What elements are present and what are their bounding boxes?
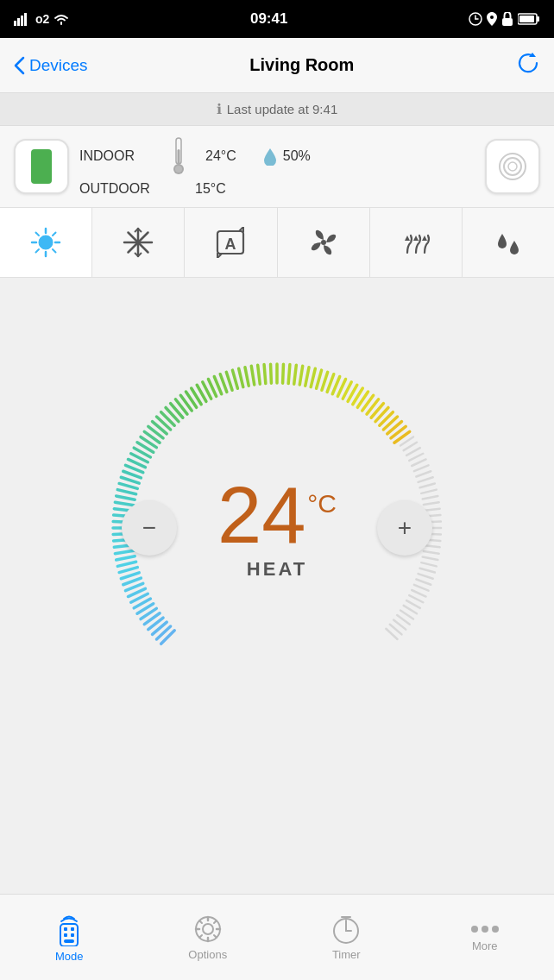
svg-rect-51 [71,933,74,937]
status-right [469,12,540,26]
lock-icon [501,12,513,26]
back-chevron-icon [14,56,26,75]
mode-dry-button[interactable] [370,208,463,277]
power-icon [31,149,52,184]
svg-point-68 [482,926,488,933]
svg-rect-2 [21,16,23,26]
timer-tab-icon [331,914,362,945]
info-icon: ℹ [217,101,222,117]
indoor-label: INDOOR [79,148,157,164]
indoor-row: INDOOR 24°C 50% [79,136,475,176]
tab-more-label: More [472,939,498,952]
svg-marker-44 [405,236,410,241]
mode-icons-row: A [0,208,554,278]
svg-text:A: A [225,236,236,253]
mode-tab-icon [54,912,85,946]
svg-line-25 [36,233,40,236]
outdoor-temp: 15°C [195,181,226,197]
indoor-temp: 24°C [205,148,236,164]
water-drops-icon [493,227,524,258]
thermostat-area: − 24 °C HEAT + [0,278,554,761]
svg-marker-45 [413,236,419,241]
tab-options[interactable]: Options [139,895,278,980]
outdoor-row: OUTDOOR 15°C [79,181,475,197]
camera-button[interactable] [485,139,540,194]
status-bar: o2 09:41 [0,0,554,38]
tab-more[interactable]: More [416,895,555,980]
back-button[interactable]: Devices [14,56,88,75]
tab-mode[interactable]: Mode [0,895,139,980]
plus-icon: + [398,516,412,540]
status-time: 09:41 [250,10,287,28]
temperature-value: 24 [217,475,305,555]
svg-rect-50 [64,933,67,937]
heat-dry-icon [400,227,431,258]
carrier-label: o2 [35,12,49,26]
svg-line-28 [36,249,40,253]
signal-icon [14,12,31,26]
svg-rect-48 [64,927,67,931]
svg-rect-52 [64,939,74,943]
auto-icon: A [215,227,246,258]
svg-line-59 [199,920,202,923]
svg-point-20 [39,236,53,249]
battery-icon [518,13,540,25]
wifi-icon [54,13,69,25]
humidity-value: 50% [283,148,311,164]
svg-point-18 [504,158,521,175]
temperature-display: 24 °C HEAT [217,475,337,581]
mode-auto-button[interactable]: A [185,208,277,277]
svg-line-27 [53,233,56,236]
svg-rect-49 [71,927,74,931]
tab-timer-label: Timer [332,948,361,961]
tab-bar: Mode Options Timer [0,894,554,980]
refresh-icon [516,51,540,75]
svg-rect-10 [537,16,539,22]
decrease-temp-button[interactable]: − [122,500,177,556]
svg-rect-11 [519,16,534,22]
location-icon [487,12,497,26]
power-button[interactable] [14,139,69,194]
mode-humid-button[interactable] [463,208,554,277]
tab-timer[interactable]: Timer [277,895,416,980]
sun-icon [30,227,61,258]
thermometer-icon [171,136,186,176]
mode-cool-button[interactable] [92,208,185,277]
svg-line-61 [214,920,217,923]
svg-point-67 [471,926,478,933]
temperature-dial: − 24 °C HEAT + [96,347,458,709]
last-update-text: Last update at 9:41 [227,102,337,116]
svg-line-26 [53,249,56,253]
mode-fan-button[interactable] [278,208,370,277]
svg-point-19 [508,162,517,171]
svg-point-7 [490,16,494,19]
device-info-row: INDOOR 24°C 50% OUTDOOR 15°C [0,126,554,208]
last-update-bar: ℹ Last update at 9:41 [0,93,554,126]
humidity-area: 50% [262,147,311,166]
temperature-labels: INDOOR 24°C 50% OUTDOOR 15°C [79,136,475,197]
mode-display-label: HEAT [217,558,337,581]
nav-bar: Devices Living Room [0,38,554,93]
svg-rect-3 [24,13,27,26]
svg-point-54 [203,924,213,934]
temperature-unit: °C [307,489,337,518]
svg-point-43 [321,240,326,245]
svg-line-62 [199,935,202,938]
mode-sun-button[interactable] [0,208,92,277]
options-tab-icon [192,914,223,945]
outdoor-label: OUTDOOR [79,181,157,197]
more-tab-icon [469,922,500,936]
svg-rect-14 [178,149,180,164]
svg-marker-46 [422,236,427,241]
back-label: Devices [29,56,88,75]
thermometer-area [166,136,192,176]
status-left: o2 [14,12,69,26]
increase-temp-button[interactable]: + [377,500,432,556]
fan-icon [308,227,339,258]
refresh-button[interactable] [516,51,540,80]
snowflake-icon [123,227,154,258]
svg-point-16 [175,166,182,173]
svg-line-60 [214,935,217,938]
svg-rect-8 [502,18,513,26]
tab-options-label: Options [188,948,227,961]
